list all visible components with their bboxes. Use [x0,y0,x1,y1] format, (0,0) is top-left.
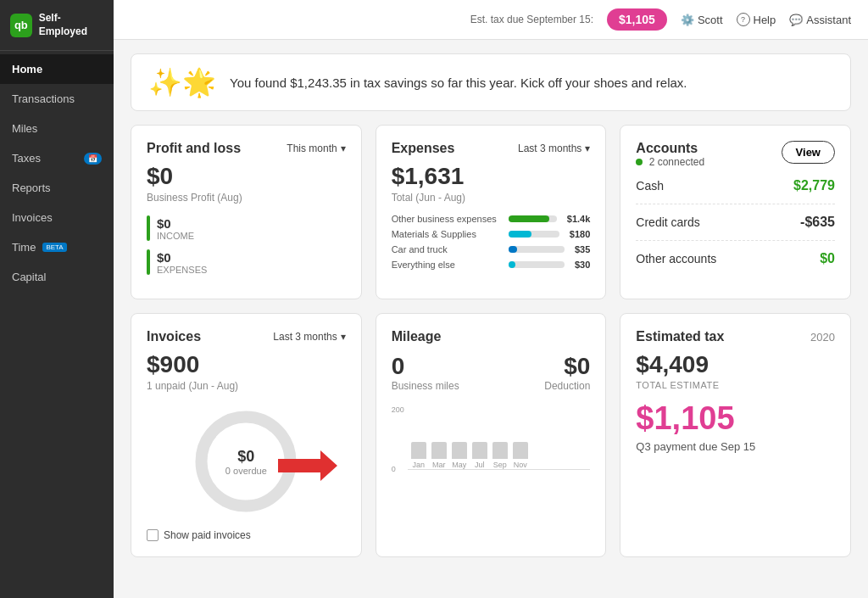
sidebar-item-transactions[interactable]: Transactions [0,84,114,114]
topbar-tax-amount[interactable]: $1,105 [607,8,667,31]
exp-bar-val-0: $1.4k [567,214,591,224]
expenses-card: Expenses Last 3 months ▾ $1,631 Total (J… [376,125,607,299]
exp-bar-track-3 [509,261,565,268]
exp-amount: $1,631 [392,163,591,190]
main-content: Est. tax due September 15: $1,105 ⚙️ Sco… [114,0,868,598]
accounts-header: Accounts 2 connected View [636,141,835,168]
pnl-amount: $0 [147,163,346,190]
tax-total-amount: $4,409 [636,351,835,378]
topbar-user-name: Scott [698,14,723,26]
exp-title: Expenses [392,141,455,156]
exp-bar-label-2: Car and truck [392,244,502,254]
inv-subtitle: 1 unpaid (Jun - Aug) [147,380,346,392]
sidebar-item-taxes[interactable]: Taxes 📅 [0,143,114,173]
account-amount-credit: -$635 [800,215,835,230]
show-paid-checkbox[interactable] [147,529,159,541]
sidebar-logo: qb Self-Employed [0,0,114,51]
account-amount-other: $0 [820,251,835,266]
invoices-card: Invoices Last 3 months ▾ $900 1 unpaid (… [131,313,362,557]
topbar-user[interactable]: ⚙️ Scott [681,14,723,26]
exp-period-selector[interactable]: Last 3 months ▾ [518,143,590,154]
topbar-help-label: Help [754,14,776,26]
donut-center-amount: $0 [225,448,267,466]
pnl-income-amount: $0 [157,216,194,231]
chat-icon: 💬 [789,14,803,26]
pnl-income-bar [147,215,150,241]
accounts-title-group: Accounts 2 connected [636,141,704,168]
bar-sep [492,442,508,459]
svg-marker-1 [278,450,337,481]
mileage-miles-col: 0 Business miles [392,353,459,392]
account-name-cash: Cash [636,179,664,193]
sidebar-item-invoices[interactable]: Invoices [0,203,114,232]
show-paid-label: Show paid invoices [164,529,251,541]
tax-year: 2020 [810,331,835,344]
tax-title: Estimated tax [636,329,724,344]
donut-container: $0 0 overdue [147,402,346,521]
sidebar-item-time[interactable]: Time BETA [0,232,114,262]
bar-col-sep: Sep [492,442,508,469]
exp-bar-track-2 [509,246,565,253]
chevron-down-icon: ▾ [341,331,346,343]
tax-due-label: Est. tax due September 15: [470,14,593,25]
time-beta-badge: BETA [42,243,66,252]
overdue-arrow-indicator [278,449,337,486]
tax-total-label: TOTAL ESTIMATE [636,380,835,390]
tax-payment-amount: $1,105 [636,400,835,437]
pnl-period-selector[interactable]: This month ▾ [287,143,345,154]
mileage-stats-row: 0 Business miles $0 Deduction [392,353,591,392]
accounts-connected: 2 connected [636,156,704,168]
taxes-badge: 📅 [84,153,102,165]
sidebar-item-reports[interactable]: Reports [0,173,114,203]
account-name-other: Other accounts [636,252,716,265]
sidebar-item-label: Miles [12,122,37,135]
mileage-title: Mileage [392,329,442,344]
topbar: Est. tax due September 15: $1,105 ⚙️ Sco… [114,0,868,40]
exp-bar-track-1 [509,231,559,238]
pnl-income-row: $0 INCOME [147,215,346,241]
pnl-expense-row: $0 EXPENSES [147,249,346,275]
sidebar-item-miles[interactable]: Miles [0,114,114,143]
bar-col-jan: Jan [411,442,426,469]
sidebar-item-label: Reports [12,182,51,194]
bar-col-mar: Mar [431,442,447,469]
sidebar-item-label: Time [12,241,36,254]
red-arrow-icon [278,449,337,483]
mileage-bar-chart: Jan Mar May Jul [408,402,591,470]
exp-bar-row-3: Everything else $30 [392,260,591,270]
pnl-income-text: $0 INCOME [157,216,194,241]
tax-payment-label: Q3 payment due Sep 15 [636,440,835,453]
accounts-view-button[interactable]: View [782,141,835,164]
pnl-title: Profit and loss [147,141,241,156]
bar-label-nov: Nov [514,461,527,469]
pnl-expense-bar [147,249,150,275]
exp-bar-label-0: Other business expenses [392,214,502,224]
mileage-miles-value: 0 [392,353,459,380]
account-name-credit: Credit cards [636,215,699,229]
sidebar-item-label: Taxes [12,152,41,165]
exp-period-label: Last 3 months [518,143,581,154]
exp-bar-val-3: $30 [575,260,590,270]
bar-col-nov: Nov [513,442,528,469]
bar-jan [411,442,426,459]
sidebar-item-home[interactable]: Home [0,54,114,84]
inv-card-header: Invoices Last 3 months ▾ [147,329,346,344]
exp-bar-fill-0 [509,215,550,222]
bar-label-mar: Mar [432,461,446,469]
exp-bar-fill-3 [509,261,515,268]
bar-label-may: May [452,461,466,469]
exp-bar-row-0: Other business expenses $1.4k [392,214,591,224]
inv-period-selector[interactable]: Last 3 months ▾ [273,331,345,343]
profit-loss-card: Profit and loss This month ▾ $0 Business… [131,125,362,299]
show-paid-invoices-row[interactable]: Show paid invoices [147,529,346,541]
topbar-help[interactable]: ? Help [737,13,776,26]
exp-bar-label-1: Materials & Supplies [392,229,502,239]
sidebar-item-label: Transactions [12,92,75,105]
exp-bar-track-0 [509,215,557,222]
pnl-expense-label: EXPENSES [157,265,207,275]
exp-bar-val-2: $35 [575,244,590,254]
topbar-assistant[interactable]: 💬 Assistant [789,14,851,26]
cards-grid: Profit and loss This month ▾ $0 Business… [131,125,851,557]
bar-jul [472,442,487,459]
sidebar-item-capital[interactable]: Capital [0,262,114,292]
